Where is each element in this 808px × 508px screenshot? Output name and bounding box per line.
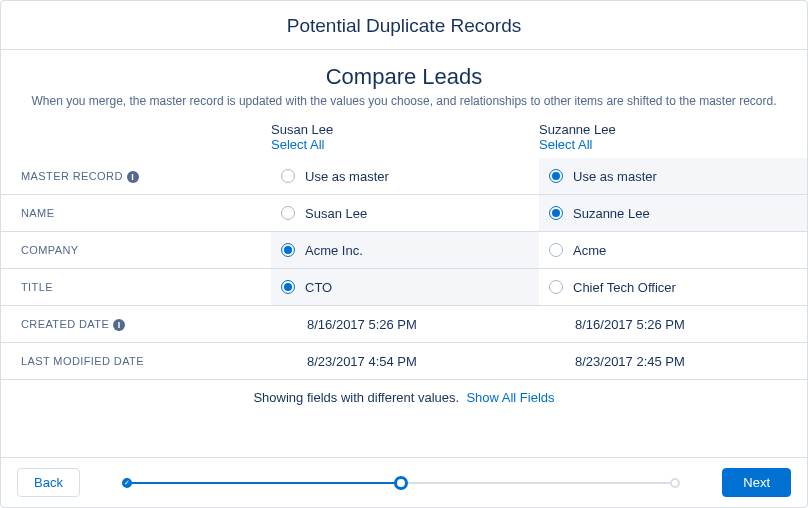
progress-indicator [122, 476, 680, 490]
cell-value: Chief Tech Officer [573, 280, 676, 295]
radio-icon [281, 280, 295, 294]
cell-value: Susan Lee [305, 206, 367, 221]
row-label-company: COMPANY [1, 232, 271, 269]
radio-icon [281, 206, 295, 220]
back-button[interactable]: Back [17, 468, 80, 497]
radio-icon [281, 169, 295, 183]
created-cell-1: 8/16/2017 5:26 PM [539, 306, 807, 342]
info-icon[interactable]: i [127, 171, 139, 183]
footer-note: Showing fields with different values. Sh… [1, 380, 807, 413]
record-name-1: Suzanne Lee [539, 118, 807, 137]
cell-value: Acme Inc. [305, 243, 363, 258]
compare-table: Susan Lee Select All Suzanne Lee Select … [1, 118, 807, 380]
subheader: Compare Leads When you merge, the master… [1, 50, 807, 118]
subheader-description: When you merge, the master record is upd… [21, 94, 787, 108]
radio-icon [549, 206, 563, 220]
row-label-name: NAME [1, 195, 271, 232]
subheader-title: Compare Leads [21, 64, 787, 90]
radio-icon [281, 243, 295, 257]
record-name-0: Susan Lee [271, 118, 539, 137]
cell-value: Acme [573, 243, 606, 258]
modal-title: Potential Duplicate Records [1, 1, 807, 50]
row-label-created: CREATED DATEi [1, 306, 271, 343]
footer-bar: Back Next [1, 457, 807, 507]
next-button[interactable]: Next [722, 468, 791, 497]
row-label-master: MASTER RECORDi [1, 158, 271, 195]
created-cell-0: 8/16/2017 5:26 PM [271, 306, 539, 342]
cell-value: Use as master [573, 169, 657, 184]
radio-icon [549, 169, 563, 183]
title-cell-0[interactable]: CTO [271, 269, 539, 305]
master-cell-1[interactable]: Use as master [539, 158, 807, 194]
header-spacer [1, 118, 271, 158]
name-cell-1[interactable]: Suzanne Lee [539, 195, 807, 231]
progress-step-1 [122, 478, 132, 488]
progress-step-2 [394, 476, 408, 490]
radio-icon [549, 280, 563, 294]
company-cell-0[interactable]: Acme Inc. [271, 232, 539, 268]
cell-value: Suzanne Lee [573, 206, 650, 221]
cell-value: CTO [305, 280, 332, 295]
name-cell-0[interactable]: Susan Lee [271, 195, 539, 231]
show-all-fields-link[interactable]: Show All Fields [466, 390, 554, 405]
company-cell-1[interactable]: Acme [539, 232, 807, 268]
title-cell-1[interactable]: Chief Tech Officer [539, 269, 807, 305]
info-icon[interactable]: i [113, 319, 125, 331]
cell-value: Use as master [305, 169, 389, 184]
row-label-title: TITLE [1, 269, 271, 306]
radio-icon [549, 243, 563, 257]
modified-cell-1: 8/23/2017 2:45 PM [539, 343, 807, 379]
modified-cell-0: 8/23/2017 4:54 PM [271, 343, 539, 379]
select-all-0[interactable]: Select All [271, 137, 539, 152]
modal-content: Compare Leads When you merge, the master… [1, 50, 807, 457]
row-label-modified: LAST MODIFIED DATE [1, 343, 271, 380]
progress-fill [129, 482, 401, 484]
master-cell-0[interactable]: Use as master [271, 158, 539, 194]
progress-step-3 [670, 478, 680, 488]
select-all-1[interactable]: Select All [539, 137, 807, 152]
